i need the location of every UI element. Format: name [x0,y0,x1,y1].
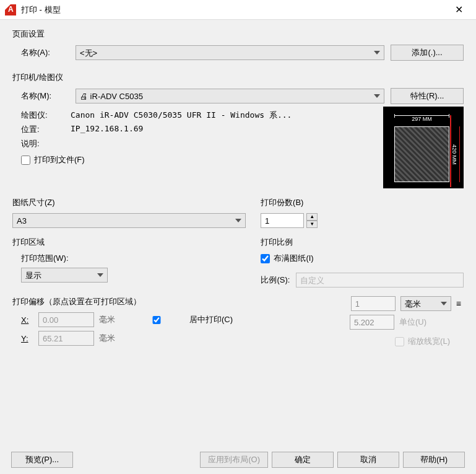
help-button[interactable]: 帮助(H) [403,452,465,468]
page-setup-group: 页面设置 名称(A): <无> 添加(.)... [11,26,465,66]
apply-layout-button: 应用到布局(O) [200,452,268,468]
printer-properties-button[interactable]: 特性(R)... [391,88,464,104]
scale-group: 打印比例 布满图纸(I) 比例(S): 自定义 毫米 ≡ [259,234,465,349]
offset-y-label: Y: [21,334,33,343]
dialog-footer: 预览(P)... 应用到布局(O) 确定 取消 帮助(H) [0,448,476,474]
offset-y-input[interactable] [38,331,94,346]
center-plot-checkbox[interactable] [129,316,184,324]
print-to-file-label: 打印到文件(F) [34,154,85,165]
fit-to-paper-label: 布满图纸(I) [274,253,313,264]
printer-group: 打印机/绘图仪 名称(M): 🖨 iR-ADV C5035 特性(R)... 绘… [11,69,465,191]
page-setup-name-select[interactable]: <无> [76,45,384,60]
plotter-value: Canon iR-ADV C5030/5035 UFR II - Windows… [71,110,292,121]
offset-title: 打印偏移（原点设置在可打印区域） [12,296,246,307]
scale-unit-select[interactable]: 毫米 [400,296,451,311]
plot-area-title: 打印区域 [12,237,246,248]
location-value: IP_192.168.1.69 [71,124,143,135]
plot-range-label: 打印范围(W): [21,253,246,264]
cancel-button[interactable]: 取消 [337,452,399,468]
copies-title: 打印份数(B) [261,197,464,208]
printer-title: 打印机/绘图仪 [12,72,464,83]
description-label: 说明: [21,138,71,149]
offset-y-unit: 毫米 [99,333,124,344]
plot-area-group: 打印区域 打印范围(W): 显示 [11,234,247,285]
preview-button[interactable]: 预览(P)... [11,452,73,468]
paper-preview: 297 MM 420 MM [383,107,464,188]
titlebar: 打印 - 模型 ✕ [0,0,476,20]
preview-height-label: 420 MM [451,126,460,182]
paper-size-group: 图纸尺寸(Z) A3 [11,195,247,230]
scale-title: 打印比例 [261,237,464,248]
offset-x-input[interactable] [38,312,94,327]
print-to-file-checkbox[interactable] [21,156,30,165]
plotter-label: 绘图仪: [21,110,71,121]
app-icon [5,4,16,15]
page-setup-name-label: 名称(A): [21,47,69,58]
window-title: 打印 - 模型 [21,4,446,15]
paper-size-title: 图纸尺寸(Z) [12,197,246,208]
scale-lineweight-label: 缩放线宽(L) [408,336,450,347]
copies-group: 打印份数(B) ▲ ▼ [259,195,465,230]
plot-range-select[interactable]: 显示 [21,268,108,283]
scale-numerator-input[interactable] [351,296,396,311]
paper-size-select[interactable]: A3 [12,213,246,228]
equals-icon: ≡ [456,299,461,309]
offset-x-label: X: [21,315,33,325]
preview-width-label: 297 MM [394,115,449,122]
close-button[interactable]: ✕ [446,0,471,20]
printer-name-select[interactable]: 🖨 iR-ADV C5035 [76,89,384,103]
scale-unit-label: 单位(U) [399,317,450,328]
page-setup-title: 页面设置 [12,29,464,40]
scale-lineweight-checkbox [395,337,404,346]
scale-ratio-select: 自定义 [296,273,464,287]
center-plot-label: 居中打印(C) [189,314,233,325]
printer-name-label: 名称(M): [21,90,69,102]
add-page-setup-button[interactable]: 添加(.)... [391,45,464,61]
offset-group: 打印偏移（原点设置在可打印区域） X: 毫米 居中打印(C) Y: 毫米 [11,294,247,352]
ok-button[interactable]: 确定 [272,452,334,468]
copies-input[interactable] [261,213,304,228]
copies-up-button[interactable]: ▲ [306,213,318,221]
copies-down-button[interactable]: ▼ [306,221,318,228]
scale-ratio-label: 比例(S): [261,274,290,286]
offset-x-unit: 毫米 [99,314,124,325]
fit-to-paper-checkbox[interactable] [261,254,270,263]
location-label: 位置: [21,124,71,135]
scale-denominator-input[interactable] [350,315,394,330]
